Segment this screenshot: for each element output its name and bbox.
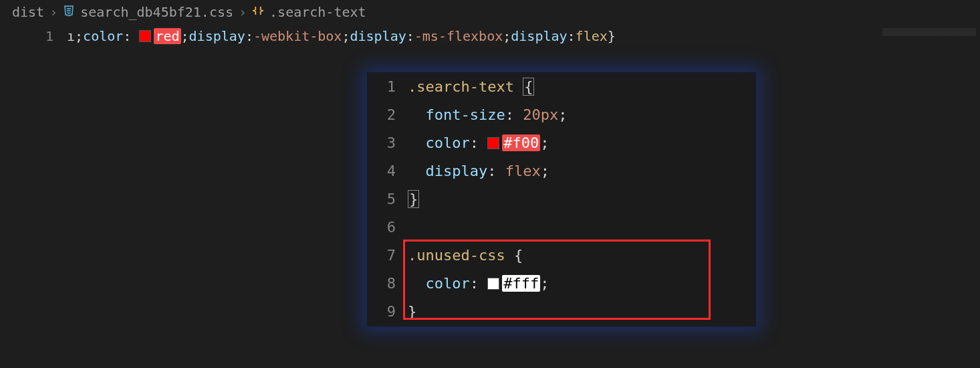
line-number: 6 bbox=[368, 213, 408, 242]
color-swatch-icon[interactable] bbox=[487, 278, 499, 290]
breadcrumb-file[interactable]: search_db45bf21.css bbox=[80, 4, 233, 20]
peek-code[interactable]: font-size: 20px; bbox=[408, 101, 755, 129]
line-number: 7 bbox=[368, 242, 408, 270]
color-swatch-icon[interactable] bbox=[139, 30, 151, 42]
code-editor[interactable]: 1 ı;color: red;display:-webkit-box;displ… bbox=[0, 24, 980, 45]
peek-code[interactable]: color: #fff; bbox=[408, 270, 755, 298]
code-token: : bbox=[245, 28, 253, 44]
breadcrumb-folder[interactable]: dist bbox=[12, 4, 44, 20]
code-token: : bbox=[568, 28, 576, 44]
code-token: ; bbox=[503, 28, 511, 44]
peek-line[interactable]: 1.search-text { bbox=[368, 73, 755, 101]
line-number: 2 bbox=[368, 101, 408, 129]
line-gutter: 1 bbox=[0, 27, 67, 45]
peek-code[interactable]: color: #f00; bbox=[408, 129, 755, 157]
code-token: display bbox=[189, 28, 245, 44]
peek-line[interactable]: 6 bbox=[368, 213, 755, 242]
peek-code[interactable]: display: flex; bbox=[408, 157, 755, 185]
code-token: display bbox=[511, 28, 567, 44]
line-number: 1 bbox=[0, 27, 53, 45]
breadcrumb[interactable]: dist › search_db45bf21.css › .search-tex… bbox=[0, 0, 980, 24]
css-selector-icon bbox=[252, 4, 264, 20]
peek-line[interactable]: 3 color: #f00; bbox=[368, 129, 755, 157]
code-token: : bbox=[406, 28, 414, 44]
line-number: 4 bbox=[368, 157, 408, 185]
code-token: display bbox=[350, 28, 406, 44]
code-token: ; bbox=[342, 28, 350, 44]
css-file-icon bbox=[63, 5, 75, 19]
code-token: } bbox=[608, 28, 616, 44]
peek-line[interactable]: 4 display: flex; bbox=[368, 157, 755, 185]
peek-line[interactable]: 5} bbox=[368, 185, 755, 213]
line-number: 9 bbox=[368, 298, 408, 326]
code-token: ; bbox=[75, 28, 83, 44]
line-number: 3 bbox=[368, 129, 408, 157]
peek-line[interactable]: 9} bbox=[368, 298, 755, 326]
peek-code[interactable]: .unused-css { bbox=[408, 242, 755, 270]
code-token: ; bbox=[181, 28, 189, 44]
peek-code[interactable]: } bbox=[408, 185, 755, 213]
color-swatch-icon[interactable] bbox=[487, 137, 499, 149]
code-token: -ms-flexbox bbox=[414, 28, 503, 44]
code-token: flex bbox=[576, 28, 608, 44]
peek-code[interactable] bbox=[408, 213, 755, 242]
peek-line[interactable]: 7.unused-css { bbox=[368, 242, 755, 270]
color-value-highlighted[interactable]: red bbox=[154, 28, 180, 44]
chevron-right-icon: › bbox=[239, 4, 247, 20]
peek-line[interactable]: 8 color: #fff; bbox=[368, 270, 755, 298]
line-number: 1 bbox=[368, 73, 408, 101]
peek-definition-panel[interactable]: 1.search-text {2 font-size: 20px;3 color… bbox=[367, 72, 756, 327]
code-token: -webkit-box bbox=[253, 28, 342, 44]
code-token: : bbox=[123, 28, 131, 44]
code-token: ı bbox=[67, 28, 75, 44]
line-number: 5 bbox=[368, 185, 408, 213]
color-value-highlighted[interactable]: #f00 bbox=[502, 134, 540, 151]
peek-code[interactable]: .search-text { bbox=[408, 73, 755, 101]
code-line[interactable]: ı;color: red;display:-webkit-box;display… bbox=[67, 27, 980, 45]
peek-line[interactable]: 2 font-size: 20px; bbox=[368, 101, 755, 129]
color-value-highlighted[interactable]: #fff bbox=[502, 275, 540, 292]
breadcrumb-symbol[interactable]: .search-text bbox=[269, 4, 366, 20]
minimap[interactable] bbox=[882, 28, 976, 36]
code-token: color bbox=[83, 28, 123, 44]
peek-code[interactable]: } bbox=[408, 298, 755, 326]
chevron-right-icon: › bbox=[49, 4, 57, 20]
line-number: 8 bbox=[368, 270, 408, 298]
